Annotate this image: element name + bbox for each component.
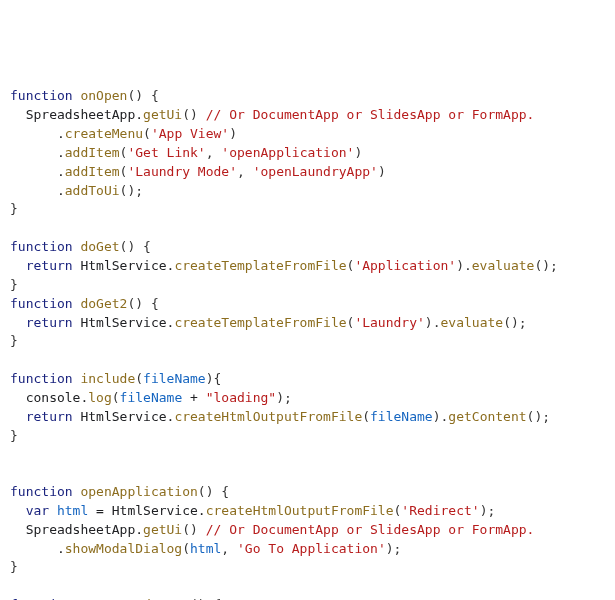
token-kw: function	[10, 484, 73, 499]
token-fn: include	[80, 371, 135, 386]
code-line: SpreadsheetApp.getUi() // Or DocumentApp…	[10, 521, 605, 540]
token-fn: getContent	[448, 409, 526, 424]
token-plain: .	[10, 164, 65, 179]
token-str: 'Laundry'	[354, 315, 424, 330]
token-str: 'openLaundryApp'	[253, 164, 378, 179]
token-pn: ()	[182, 107, 205, 122]
token-fn: getUi	[143, 107, 182, 122]
token-pn: }	[10, 559, 18, 574]
token-param: fileName	[370, 409, 433, 424]
token-fn: createHtmlOutputFromFile	[206, 503, 394, 518]
token-param: html	[57, 503, 88, 518]
token-pn: ();	[120, 183, 143, 198]
token-kw: return	[26, 258, 73, 273]
token-pn: )	[378, 164, 386, 179]
code-line: return HtmlService.createHtmlOutputFromF…	[10, 408, 605, 427]
token-fn: addItem	[65, 145, 120, 160]
code-line: console.log(fileName + "loading");	[10, 389, 605, 408]
token-plain: .	[10, 183, 65, 198]
code-line: SpreadsheetApp.getUi() // Or DocumentApp…	[10, 106, 605, 125]
token-pn: ,	[237, 164, 253, 179]
token-pn: ();	[534, 258, 557, 273]
token-fn: log	[88, 390, 111, 405]
token-str: 'openApplication'	[221, 145, 354, 160]
token-plain: .	[10, 541, 65, 556]
token-pn: (	[362, 409, 370, 424]
token-kw: return	[26, 409, 73, 424]
token-fn: evaluate	[472, 258, 535, 273]
token-pn: }	[10, 333, 18, 348]
token-plain	[10, 258, 26, 273]
token-pn: ,	[221, 541, 237, 556]
token-pn: (	[135, 371, 143, 386]
code-line: .addItem('Get Link', 'openApplication')	[10, 144, 605, 163]
code-line: var html = HtmlService.createHtmlOutputF…	[10, 502, 605, 521]
token-str: 'App View'	[151, 126, 229, 141]
token-plain: console.	[10, 390, 88, 405]
token-pn: )	[229, 126, 237, 141]
token-pn: }	[10, 428, 18, 443]
code-line: }	[10, 200, 605, 219]
token-str: 'Redirect'	[401, 503, 479, 518]
token-param: fileName	[143, 371, 206, 386]
token-cmt: // Or DocumentApp or SlidesApp or FormAp…	[206, 107, 535, 122]
token-pn: () {	[198, 484, 229, 499]
code-line: function doGet2() {	[10, 295, 605, 314]
token-fn: doGet	[80, 239, 119, 254]
token-plain: .	[10, 145, 65, 160]
token-fn: evaluate	[441, 315, 504, 330]
token-pn: (	[112, 390, 120, 405]
token-plain	[10, 503, 26, 518]
token-pn: () {	[127, 296, 158, 311]
token-pn: () {	[127, 88, 158, 103]
token-kw: function	[10, 239, 73, 254]
code-line: return HtmlService.createTemplateFromFil…	[10, 257, 605, 276]
code-line: }	[10, 276, 605, 295]
code-line	[10, 351, 605, 370]
code-line: .createMenu('App View')	[10, 125, 605, 144]
token-pn: ()	[182, 522, 205, 537]
code-line: }	[10, 427, 605, 446]
token-pn: () {	[120, 239, 151, 254]
token-pn: ).	[433, 409, 449, 424]
code-line	[10, 219, 605, 238]
token-fn: createMenu	[65, 126, 143, 141]
code-line: function openApplication() {	[10, 483, 605, 502]
token-plain: .	[10, 126, 65, 141]
token-fn: doGet2	[80, 296, 127, 311]
token-str: 'Application'	[354, 258, 456, 273]
token-pn: );	[386, 541, 402, 556]
token-pn: ,	[206, 145, 222, 160]
token-pn: (	[143, 126, 151, 141]
token-fn: openApplication	[80, 484, 197, 499]
token-fn: createHtmlOutputFromFile	[174, 409, 362, 424]
token-plain: = HtmlService.	[88, 503, 205, 518]
token-pn: )	[354, 145, 362, 160]
token-fn: createTemplateFromFile	[174, 258, 346, 273]
token-plain	[49, 503, 57, 518]
token-pn: );	[480, 503, 496, 518]
token-cmt: // Or DocumentApp or SlidesApp or FormAp…	[206, 522, 535, 537]
token-pn: }	[10, 277, 18, 292]
token-kw: function	[10, 371, 73, 386]
token-kw: return	[26, 315, 73, 330]
token-str: 'Go To Application'	[237, 541, 386, 556]
token-pn: ();	[527, 409, 550, 424]
code-line	[10, 445, 605, 464]
code-line: .addToUi();	[10, 182, 605, 201]
code-line: function include(fileName){	[10, 370, 605, 389]
code-line: function onOpen() {	[10, 87, 605, 106]
code-line: .showModalDialog(html, 'Go To Applicatio…	[10, 540, 605, 559]
token-pn: (	[182, 541, 190, 556]
token-str: 'Laundry Mode'	[127, 164, 237, 179]
token-fn: getUi	[143, 522, 182, 537]
code-line: }	[10, 558, 605, 577]
token-plain: SpreadsheetApp.	[10, 522, 143, 537]
token-fn: createTemplateFromFile	[174, 315, 346, 330]
code-line	[10, 577, 605, 596]
token-plain	[10, 315, 26, 330]
token-pn: ).	[456, 258, 472, 273]
token-pn: ();	[503, 315, 526, 330]
token-plain: SpreadsheetApp.	[10, 107, 143, 122]
token-kw: var	[26, 503, 49, 518]
